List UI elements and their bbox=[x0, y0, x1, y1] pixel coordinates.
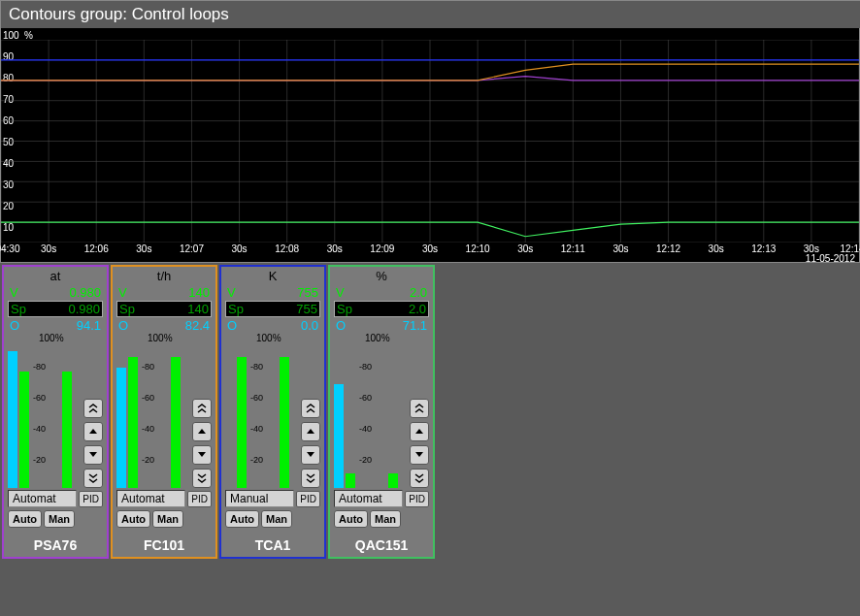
output-row: O82.4 bbox=[116, 318, 212, 333]
setpoint-bar bbox=[171, 357, 181, 488]
scale: 100% -80-60-40-20 bbox=[250, 342, 280, 488]
auto-button[interactable]: Auto bbox=[8, 510, 42, 528]
x-tick: 12:06 bbox=[84, 243, 109, 254]
scale-tick: -20 bbox=[142, 455, 154, 465]
output-bar bbox=[116, 368, 126, 488]
up-button[interactable] bbox=[410, 422, 429, 441]
pid-button[interactable]: PID bbox=[79, 491, 103, 507]
value-bar bbox=[19, 372, 29, 488]
mode-display: Automat bbox=[116, 490, 185, 507]
scale-tick: -40 bbox=[359, 424, 372, 434]
setpoint-bar bbox=[280, 357, 289, 488]
scale-tick: -40 bbox=[142, 424, 154, 434]
up-button[interactable] bbox=[192, 422, 212, 441]
scale-tick: -60 bbox=[359, 393, 372, 403]
manual-button[interactable]: Man bbox=[370, 510, 401, 528]
scale-top: 100% bbox=[256, 333, 281, 343]
x-tick: 12:09 bbox=[370, 243, 394, 254]
manual-button[interactable]: Man bbox=[261, 510, 292, 528]
mode-display: Manual bbox=[225, 490, 294, 507]
double-up-button[interactable] bbox=[83, 399, 103, 418]
up-button[interactable] bbox=[83, 422, 103, 441]
panel-psa76: at V0.980 Sp0.980 O94.1 100% -80-60-40-2… bbox=[2, 265, 109, 559]
tag-label: QAC151 bbox=[334, 537, 429, 553]
scale-tick: -20 bbox=[33, 455, 46, 465]
scale: 100% -80-60-40-20 bbox=[359, 342, 388, 488]
tag-label: PSA76 bbox=[8, 537, 103, 553]
setpoint-row[interactable]: Sp755 bbox=[225, 301, 320, 317]
scale-tick: -80 bbox=[142, 362, 154, 372]
scale-tick: -60 bbox=[142, 393, 154, 403]
value-bar bbox=[237, 357, 247, 488]
control-panels: at V0.980 Sp0.980 O94.1 100% -80-60-40-2… bbox=[0, 263, 860, 561]
chart-date: 11-05-2012 bbox=[806, 253, 855, 264]
bar-area: 100% -80-60-40-20 bbox=[116, 335, 212, 488]
scale-top: 100% bbox=[148, 333, 173, 343]
scale-tick: -20 bbox=[359, 455, 372, 465]
manual-button[interactable]: Man bbox=[44, 510, 75, 528]
manual-button[interactable]: Man bbox=[152, 510, 183, 528]
double-up-button[interactable] bbox=[410, 399, 429, 418]
x-tick: 30s bbox=[422, 243, 438, 254]
scale: 100% -80-60-40-20 bbox=[142, 342, 171, 488]
double-up-button[interactable] bbox=[192, 399, 212, 418]
double-down-button[interactable] bbox=[410, 469, 429, 488]
output-row: O71.1 bbox=[334, 318, 429, 333]
x-tick: 12:14:30 bbox=[841, 243, 860, 254]
auto-button[interactable]: Auto bbox=[225, 510, 259, 528]
auto-button[interactable]: Auto bbox=[334, 510, 368, 528]
x-axis: 11-05-2012 12:04:3030s12:0630s12:0730s12… bbox=[1, 243, 859, 262]
value-row: V140 bbox=[116, 285, 212, 300]
value-bar bbox=[128, 357, 138, 488]
down-button[interactable] bbox=[83, 445, 103, 465]
setpoint-row[interactable]: Sp2.0 bbox=[334, 301, 429, 317]
up-button[interactable] bbox=[301, 422, 320, 441]
pid-button[interactable]: PID bbox=[405, 491, 429, 507]
value-row: V0.980 bbox=[8, 285, 103, 300]
setpoint-row[interactable]: Sp140 bbox=[116, 301, 212, 317]
value-row: V2.0 bbox=[334, 285, 429, 300]
setpoint-bar bbox=[388, 473, 398, 488]
x-tick: 30s bbox=[231, 243, 247, 254]
x-tick: 30s bbox=[804, 243, 819, 254]
double-up-button[interactable] bbox=[301, 399, 320, 418]
value-row: V755 bbox=[225, 285, 320, 300]
pid-button[interactable]: PID bbox=[187, 491, 212, 507]
bar-area: 100% -80-60-40-20 bbox=[225, 335, 320, 488]
x-tick: 30s bbox=[709, 243, 724, 254]
x-tick: 12:12 bbox=[656, 243, 680, 254]
pid-button[interactable]: PID bbox=[296, 491, 320, 507]
output-bar bbox=[334, 384, 344, 488]
unit-label: % bbox=[334, 269, 429, 283]
unit-label: t/h bbox=[116, 269, 212, 283]
down-button[interactable] bbox=[301, 445, 320, 465]
mode-display: Automat bbox=[334, 490, 403, 507]
x-tick: 30s bbox=[136, 243, 151, 254]
x-tick: 12:07 bbox=[180, 243, 204, 254]
output-row: O94.1 bbox=[8, 318, 103, 333]
tag-label: TCA1 bbox=[225, 537, 320, 553]
scale-tick: -40 bbox=[33, 424, 46, 434]
scale-tick: -20 bbox=[250, 455, 263, 465]
scale-top: 100% bbox=[365, 333, 390, 343]
down-button[interactable] bbox=[410, 445, 429, 465]
double-down-button[interactable] bbox=[192, 469, 212, 488]
x-tick: 30s bbox=[517, 243, 533, 254]
x-tick: 12:10 bbox=[466, 243, 490, 254]
x-tick: 12:04:30 bbox=[0, 243, 19, 254]
setpoint-row[interactable]: Sp0.980 bbox=[8, 301, 103, 317]
mode-display: Automat bbox=[8, 490, 77, 507]
value-bar bbox=[346, 473, 355, 488]
scale-tick: -60 bbox=[33, 393, 46, 403]
scale-tick: -80 bbox=[33, 362, 46, 372]
x-tick: 12:13 bbox=[751, 243, 776, 254]
panel-qac151: % V2.0 Sp2.0 O71.1 100% -80-60-40-20 Aut… bbox=[328, 265, 435, 559]
auto-button[interactable]: Auto bbox=[116, 510, 150, 528]
output-row: O0.0 bbox=[225, 318, 320, 333]
double-down-button[interactable] bbox=[83, 469, 103, 488]
double-down-button[interactable] bbox=[301, 469, 320, 488]
x-tick: 12:11 bbox=[561, 243, 585, 254]
down-button[interactable] bbox=[192, 445, 212, 465]
x-tick: 30s bbox=[612, 243, 628, 254]
bar-area: 100% -80-60-40-20 bbox=[334, 335, 429, 488]
